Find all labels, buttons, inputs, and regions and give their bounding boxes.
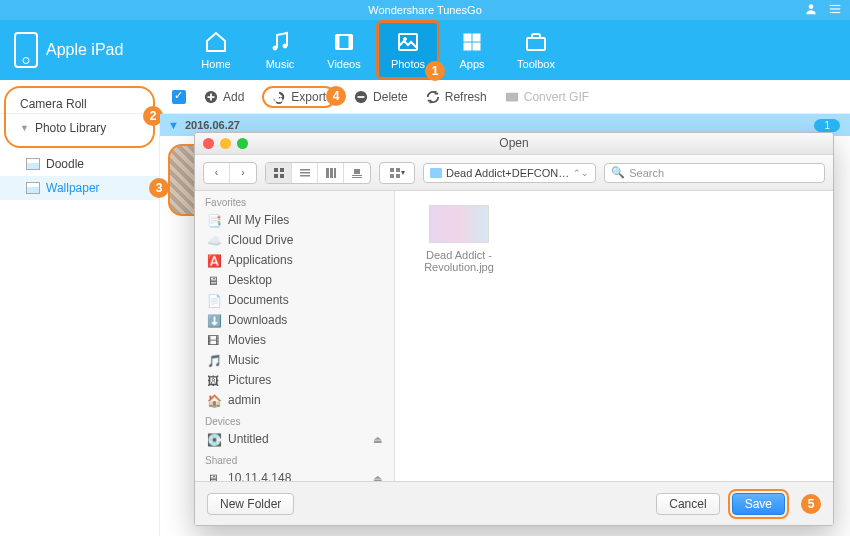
fav-admin[interactable]: 🏠admin bbox=[195, 390, 394, 410]
nav-videos-label: Videos bbox=[327, 58, 360, 70]
eject-icon[interactable]: ⏏ bbox=[373, 434, 382, 445]
nav-toolbox[interactable]: Toolbox bbox=[504, 20, 568, 80]
fav-icloud[interactable]: ☁️iCloud Drive bbox=[195, 230, 394, 250]
svg-rect-30 bbox=[352, 175, 362, 176]
svg-rect-22 bbox=[280, 174, 284, 178]
save-highlight: Save bbox=[728, 489, 789, 519]
network-icon: 🖥 bbox=[207, 472, 221, 481]
svg-rect-1 bbox=[830, 5, 841, 6]
svg-rect-28 bbox=[334, 168, 336, 178]
delete-label: Delete bbox=[373, 90, 408, 104]
folder-icon bbox=[430, 168, 442, 178]
svg-rect-7 bbox=[336, 35, 339, 49]
file-item[interactable]: Dead Addict - Revolution.jpg bbox=[409, 205, 509, 273]
nav-photos[interactable]: Photos 1 bbox=[376, 20, 440, 80]
cancel-button[interactable]: Cancel bbox=[656, 493, 719, 515]
downloads-icon: ⬇️ bbox=[207, 314, 221, 326]
desktop-icon: 🖥 bbox=[207, 274, 221, 286]
fav-desktop[interactable]: 🖥Desktop bbox=[195, 270, 394, 290]
svg-rect-11 bbox=[464, 34, 471, 41]
fav-all-my-files[interactable]: 📑All My Files bbox=[195, 210, 394, 230]
shared-ip1[interactable]: 🖥10.11.4.148⏏ bbox=[195, 468, 394, 481]
shared-header: Shared bbox=[195, 449, 394, 468]
sidebar-item-photo-library[interactable]: ▼ Photo Library bbox=[10, 116, 149, 140]
search-placeholder: Search bbox=[629, 167, 664, 179]
gif-icon bbox=[505, 90, 519, 104]
device-untitled[interactable]: 💽Untitled⏏ bbox=[195, 429, 394, 449]
file-name: Dead Addict - Revolution.jpg bbox=[409, 249, 509, 273]
group-arrange-menu[interactable]: ▾ bbox=[379, 162, 415, 184]
nav-apps[interactable]: Apps bbox=[440, 20, 504, 80]
device-indicator[interactable]: Apple iPad bbox=[14, 32, 174, 68]
view-icons[interactable] bbox=[266, 163, 292, 183]
left-sidebar: Camera Roll ▼ Photo Library 2 Doodle Wal… bbox=[0, 114, 160, 536]
nav-home[interactable]: Home bbox=[184, 20, 248, 80]
nav-music-label: Music bbox=[266, 58, 295, 70]
back-button[interactable]: ‹ bbox=[204, 163, 230, 183]
fav-music[interactable]: 🎵Music bbox=[195, 350, 394, 370]
callout-5: 5 bbox=[801, 494, 821, 514]
fav-pictures[interactable]: 🖼Pictures bbox=[195, 370, 394, 390]
menu-icon[interactable] bbox=[828, 2, 842, 16]
search-input[interactable]: 🔍 Search bbox=[604, 163, 825, 183]
nav-photos-label: Photos bbox=[391, 58, 425, 70]
select-all-checkbox[interactable] bbox=[172, 90, 186, 104]
svg-rect-19 bbox=[274, 168, 278, 172]
all-files-icon: 📑 bbox=[207, 214, 221, 226]
svg-rect-26 bbox=[326, 168, 329, 178]
nav-apps-label: Apps bbox=[459, 58, 484, 70]
svg-rect-15 bbox=[527, 38, 545, 50]
view-coverflow[interactable] bbox=[344, 163, 370, 183]
fav-documents[interactable]: 📄Documents bbox=[195, 290, 394, 310]
user-icon[interactable] bbox=[804, 2, 818, 16]
sidebar-item-camera-roll[interactable]: Camera Roll bbox=[10, 92, 149, 116]
refresh-icon bbox=[426, 90, 440, 104]
delete-button[interactable]: Delete bbox=[354, 90, 408, 104]
group-count-badge: 1 bbox=[814, 119, 840, 132]
svg-rect-23 bbox=[300, 169, 310, 171]
nav-videos[interactable]: Videos bbox=[312, 20, 376, 80]
eject-icon[interactable]: ⏏ bbox=[373, 473, 382, 482]
refresh-button[interactable]: Refresh bbox=[426, 90, 487, 104]
nav-back-forward: ‹ › bbox=[203, 162, 257, 184]
svg-point-0 bbox=[809, 4, 814, 9]
dialog-sidebar: Favorites 📑All My Files ☁️iCloud Drive 🅰… bbox=[195, 191, 395, 481]
devices-header: Devices bbox=[195, 410, 394, 429]
fav-movies[interactable]: 🎞Movies bbox=[195, 330, 394, 350]
svg-rect-25 bbox=[300, 175, 310, 177]
path-dropdown[interactable]: Dead Addict+DEFCON… ⌃⌄ bbox=[423, 163, 596, 183]
svg-rect-27 bbox=[330, 168, 333, 178]
apps-icon: 🅰️ bbox=[207, 254, 221, 266]
svg-rect-24 bbox=[300, 172, 310, 174]
save-button[interactable]: Save bbox=[732, 493, 785, 515]
sidebar-item-wallpaper[interactable]: Wallpaper 3 bbox=[0, 176, 159, 200]
caret-down-icon: ▼ bbox=[20, 123, 29, 133]
export-button[interactable]: Export 4 bbox=[262, 86, 336, 108]
svg-rect-8 bbox=[349, 35, 352, 49]
nav-music[interactable]: Music bbox=[248, 20, 312, 80]
fav-downloads[interactable]: ⬇️Downloads bbox=[195, 310, 394, 330]
fav-applications[interactable]: 🅰️Applications bbox=[195, 250, 394, 270]
svg-rect-13 bbox=[464, 43, 471, 50]
top-nav: Apple iPad Home Music Videos Photos 1 Ap… bbox=[0, 20, 850, 80]
callout-4: 4 bbox=[326, 86, 346, 106]
file-thumbnail bbox=[429, 205, 489, 243]
nav-toolbox-label: Toolbox bbox=[517, 58, 555, 70]
sidebar-item-doodle[interactable]: Doodle bbox=[0, 152, 159, 176]
plus-icon bbox=[204, 90, 218, 104]
view-columns[interactable] bbox=[318, 163, 344, 183]
nav-home-label: Home bbox=[201, 58, 230, 70]
cloud-icon: ☁️ bbox=[207, 234, 221, 246]
new-folder-button[interactable]: New Folder bbox=[207, 493, 294, 515]
window-title: Wondershare TunesGo bbox=[0, 4, 850, 16]
forward-button[interactable]: › bbox=[230, 163, 256, 183]
convert-gif-button[interactable]: Convert GIF bbox=[505, 90, 589, 104]
view-list[interactable] bbox=[292, 163, 318, 183]
svg-point-4 bbox=[273, 46, 277, 50]
dialog-toolbar: ‹ › ▾ Dead Addict+DEFCON… ⌃⌄ 🔍 Search bbox=[195, 155, 833, 191]
group-date: 2016.06.27 bbox=[185, 119, 240, 131]
sidebar-photo-library-label: Photo Library bbox=[35, 121, 106, 135]
export-icon bbox=[272, 90, 286, 104]
view-mode-segmented bbox=[265, 162, 371, 184]
add-button[interactable]: Add bbox=[204, 90, 244, 104]
